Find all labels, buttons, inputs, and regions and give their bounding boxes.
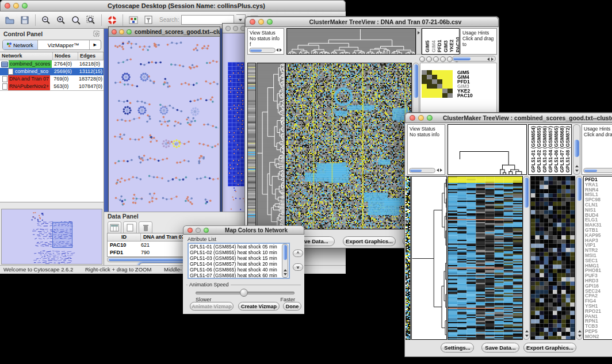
gene-label[interactable]: GIM4 <box>457 75 473 79</box>
scrollbar-thumb[interactable] <box>524 178 529 208</box>
gene-label[interactable]: RNR4 <box>585 187 612 193</box>
attribute-item[interactable]: GPL51-02 (GSM855) heat shock 10 min <box>189 250 289 255</box>
gene-label[interactable]: MSL1 <box>585 192 612 197</box>
network-tree-row[interactable]: combined_scores2764(0)16218(0) <box>0 60 104 68</box>
cytoscape-titlebar[interactable]: Cytoscape Desktop (Session Name: collins… <box>0 0 346 12</box>
zoom-in-icon[interactable] <box>419 56 425 62</box>
labels-vscrollbar[interactable] <box>573 124 580 175</box>
open-session-button[interactable] <box>3 14 16 26</box>
column-dendrogram-panel[interactable] <box>447 124 527 175</box>
scroll-left-arrow[interactable] <box>487 58 489 61</box>
minimize-button[interactable] <box>418 115 424 121</box>
attribute-listbox[interactable]: GPL51-01 (GSM854) heat shock 05 minGPL51… <box>188 243 290 279</box>
slider-thumb[interactable] <box>240 289 248 297</box>
close-button[interactable] <box>188 228 193 233</box>
row-dendrogram-panel[interactable] <box>411 176 447 340</box>
export-graphics-button[interactable]: Export Graphics... <box>523 343 576 352</box>
mini-heatmap-cell[interactable] <box>442 75 447 79</box>
gene-label[interactable]: CLN1 <box>585 202 612 208</box>
close-button[interactable] <box>225 26 231 31</box>
network-tree-row[interactable]: DNA and Tran 07769(0)183728(0) <box>0 75 104 83</box>
treeview-dna-titlebar[interactable]: ClusterMaker TreeView : DNA and Tran 07-… <box>245 17 499 27</box>
column-label[interactable]: GPL51-04 (GSM857) <box>548 126 553 173</box>
scrollbar-thumb[interactable] <box>584 169 597 172</box>
gene-label[interactable]: SPC98 <box>585 197 612 202</box>
mini-heatmap-cell[interactable] <box>427 84 432 89</box>
scroll-up-arrow[interactable] <box>525 330 529 332</box>
help-ring-icon[interactable] <box>106 14 118 26</box>
scroll-down-arrow[interactable] <box>575 170 579 172</box>
attribute-item[interactable]: GPL51-07 (GSM868) heat shock 60 min <box>189 273 289 278</box>
scrollbar-thumb[interactable] <box>574 140 579 157</box>
column-label[interactable]: PAC10 <box>455 37 460 52</box>
mini-heatmap-cell[interactable] <box>442 70 447 75</box>
export-graphics-button[interactable]: Export Graphics... <box>343 236 396 246</box>
gene-label[interactable]: GTB1 <box>585 228 612 233</box>
zoom-in-icon[interactable] <box>55 14 67 26</box>
gene-label[interactable]: PHO81 <box>585 268 612 273</box>
mini-heatmap-cell[interactable] <box>447 75 453 79</box>
zoom-button[interactable] <box>22 3 28 9</box>
zoom-out-icon[interactable] <box>40 14 52 26</box>
mini-heatmap[interactable] <box>422 70 453 98</box>
column-label[interactable]: GIM4 <box>431 40 437 52</box>
view-status-hscrollbar[interactable] <box>249 48 276 53</box>
scroll-down-arrow[interactable] <box>578 335 582 337</box>
gene-label[interactable]: YRA1 <box>585 182 612 187</box>
network-canvas[interactable] <box>109 37 219 212</box>
gene-label[interactable]: YKE2 <box>457 89 473 93</box>
gene-label[interactable]: MAK31 <box>585 223 612 228</box>
global-view-strip[interactable] <box>406 176 411 340</box>
scrollbar-thumb[interactable] <box>283 245 287 260</box>
scroll-up-arrow[interactable] <box>578 330 582 332</box>
vizmapper-icon[interactable] <box>127 14 140 26</box>
float-panel-icon[interactable] <box>93 30 100 37</box>
zoom-fit-icon[interactable] <box>85 14 97 26</box>
scroll-right-arrow[interactable] <box>491 58 494 61</box>
column-label[interactable]: GPL51-02 (GSM855) <box>536 126 542 173</box>
mini-heatmap-cell[interactable] <box>427 89 432 93</box>
mini-heatmap-cell[interactable] <box>447 93 453 98</box>
mini-heatmap-cell[interactable] <box>427 75 432 79</box>
gene-label[interactable]: GIM3 <box>457 84 473 89</box>
scrollbar-thumb[interactable] <box>410 169 422 172</box>
listbox-vscrollbar[interactable] <box>282 244 288 278</box>
gene-label[interactable]: MSI1 <box>585 253 612 258</box>
gene-label[interactable]: PUF3 <box>585 273 612 278</box>
mini-heatmap-cell[interactable] <box>422 79 427 84</box>
mini-heatmap-cell[interactable] <box>442 84 447 89</box>
mini-heatmap-cell[interactable] <box>437 70 442 75</box>
save-session-button[interactable] <box>18 14 31 26</box>
zoom-button[interactable] <box>204 228 209 233</box>
column-label[interactable]: GPL51-08 (GSM872) <box>565 126 571 173</box>
gene-label[interactable]: SEC24 <box>585 289 612 294</box>
mini-heatmap-cell[interactable] <box>422 70 427 75</box>
zoom-selected-icon[interactable] <box>70 14 82 26</box>
mini-heatmap-cell[interactable] <box>427 79 432 84</box>
close-button[interactable] <box>5 3 10 9</box>
close-button[interactable] <box>112 29 117 35</box>
attribute-item[interactable]: GPL51-03 (GSM856) heat shock 15 min <box>189 255 289 261</box>
tab-network[interactable]: Network <box>3 40 38 49</box>
column-label[interactable]: GPL51-07 (GSM868) <box>559 126 565 173</box>
scrollbar-thumb[interactable] <box>250 49 262 52</box>
close-button[interactable] <box>250 19 255 25</box>
splitter-strip[interactable] <box>416 28 422 55</box>
network-window-titlebar[interactable]: combined_scores_good.txt--cluste... <box>109 27 220 37</box>
gene-label[interactable]: NIS1 <box>585 208 612 213</box>
heatmap-vscrollbar[interactable] <box>523 176 530 340</box>
mini-heatmap-cell[interactable] <box>432 93 437 98</box>
mini-heatmap-cell[interactable] <box>442 93 447 98</box>
mini-heatmap-cell[interactable] <box>437 84 442 89</box>
zoom-button[interactable] <box>427 115 433 121</box>
treeview-combined-titlebar[interactable]: ClusterMaker TreeView : combined_scores_… <box>405 113 612 123</box>
gene-label[interactable]: MON2 <box>585 334 612 339</box>
mini-heatmap-cell[interactable] <box>447 84 453 89</box>
mini-heatmap-cell[interactable] <box>422 75 427 79</box>
mini-heatmap-cell[interactable] <box>442 79 447 84</box>
heatmap-panel[interactable] <box>285 63 412 229</box>
minimize-button[interactable] <box>13 3 19 9</box>
mini-heatmap-cell[interactable] <box>432 70 437 75</box>
minimize-button[interactable] <box>196 228 201 233</box>
network-tree-row[interactable]: RNAPuberNov2+563(0)107847(0) <box>0 83 104 90</box>
